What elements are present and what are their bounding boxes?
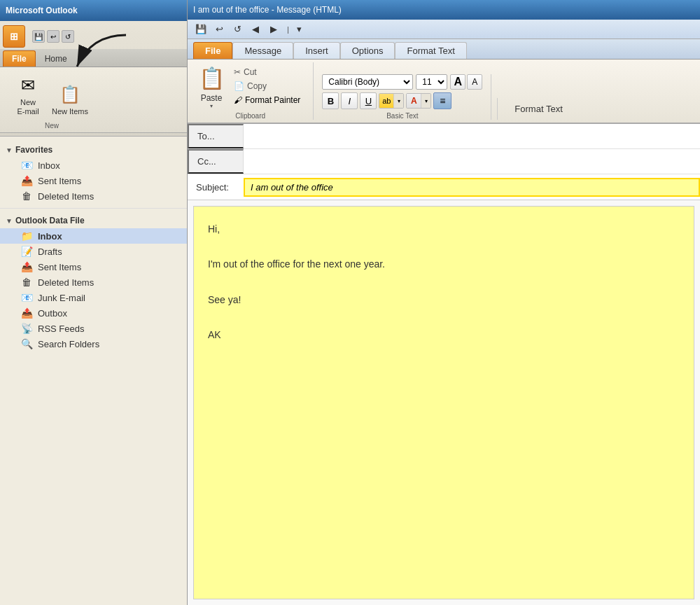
nav-item-drafts-odf[interactable]: 📝 Drafts: [0, 244, 187, 259]
navigation-pane: ▼ Favorites 📧 Inbox 📤 Sent Items 🗑 Delet…: [0, 137, 187, 605]
rss-odf-label: RSS Feeds: [38, 324, 84, 334]
cc-input[interactable]: [244, 151, 700, 172]
align-left-button[interactable]: ≡: [433, 92, 451, 109]
save-qa-icon[interactable]: 💾: [32, 30, 45, 43]
new-group-content: ✉ NewE-mail 📋 New Items: [11, 70, 92, 119]
nav-item-search-odf[interactable]: 🔍 Search Folders: [0, 336, 187, 352]
align-buttons: ≡: [433, 92, 451, 109]
junk-odf-icon: 📧: [20, 292, 34, 303]
clipboard-group: 📋 Paste ▾ ✂ Cut 📄 Copy 🖌: [193, 62, 314, 120]
redo-qa-icon[interactable]: ↺: [62, 30, 74, 43]
office-orb-button[interactable]: ⊞: [3, 25, 25, 48]
underline-button[interactable]: U: [360, 92, 377, 109]
email-dropdown-icon[interactable]: ▾: [292, 22, 307, 37]
nav-item-deleted-favorites[interactable]: 🗑 Deleted Items: [0, 188, 187, 204]
outbox-odf-icon: 📤: [20, 307, 34, 319]
nav-item-sent-odf[interactable]: 📤 Sent Items: [0, 259, 187, 274]
subject-input[interactable]: [244, 178, 700, 197]
paste-button[interactable]: 📋 Paste ▾: [196, 62, 227, 109]
nav-item-outbox-odf[interactable]: 📤 Outbox: [0, 305, 187, 321]
email-tab-format-text[interactable]: Format Text: [395, 42, 466, 59]
sent-favorites-label: Sent Items: [38, 176, 81, 186]
font-controls: Calibri (Body) 11 A A B I U: [322, 74, 482, 109]
to-button[interactable]: To...: [188, 124, 244, 148]
nav-item-rss-odf[interactable]: 📡 RSS Feeds: [0, 321, 187, 336]
shrink-font-button[interactable]: A: [467, 74, 482, 90]
format-painter-label: Format Painter: [245, 95, 300, 105]
nav-item-inbox-favorites[interactable]: 📧 Inbox: [0, 158, 187, 173]
junk-odf-label: Junk E-mail: [38, 293, 85, 303]
nav-item-deleted-odf[interactable]: 🗑 Deleted Items: [0, 274, 187, 290]
italic-button[interactable]: I: [341, 92, 358, 109]
to-field-row: To...: [188, 124, 700, 149]
font-name-select[interactable]: Calibri (Body): [322, 74, 413, 90]
highlight-color-icon: ab: [379, 94, 393, 108]
email-tab-file[interactable]: File: [193, 42, 232, 59]
basic-text-group: Calibri (Body) 11 A A B I U: [319, 74, 491, 120]
bold-button[interactable]: B: [322, 92, 339, 109]
sent-odf-icon: 📤: [20, 261, 34, 272]
nav-item-inbox-odf[interactable]: 📁 Inbox: [0, 228, 187, 244]
email-tab-message[interactable]: Message: [232, 42, 293, 59]
highlight-arrow-icon: ▾: [393, 94, 403, 108]
format-painter-button[interactable]: 🖌 Format Painter: [230, 94, 304, 106]
new-items-label: New Items: [52, 107, 88, 116]
grow-shrink-buttons: A A: [450, 74, 482, 90]
subject-label: Subject:: [188, 176, 244, 198]
tab-home-left[interactable]: Home: [36, 50, 76, 67]
search-odf-icon: 🔍: [20, 338, 34, 349]
left-title-bar: Microsoft Outlook: [0, 0, 187, 21]
drafts-odf-label: Drafts: [38, 246, 62, 257]
basic-text-group-label: Basic Text: [322, 112, 482, 120]
search-odf-label: Search Folders: [38, 339, 99, 349]
office-top-row: ⊞ 💾 ↩ ↺: [0, 24, 187, 49]
quick-access-toolbar: 💾 ↩ ↺: [29, 30, 77, 43]
favorites-header[interactable]: ▼ Favorites: [0, 142, 187, 158]
nav-item-junk-odf[interactable]: 📧 Junk E-mail: [0, 290, 187, 305]
left-ribbon-content: ✉ NewE-mail 📋 New Items New: [0, 67, 187, 133]
to-input[interactable]: [244, 125, 700, 147]
undo-qa-icon[interactable]: ↩: [47, 30, 59, 43]
deleted-odf-label: Deleted Items: [38, 277, 94, 288]
email-undo-icon[interactable]: ↩: [211, 22, 227, 37]
format-text-group: Format Text: [497, 98, 570, 120]
office-ribbon: ⊞ 💾 ↩ ↺ File Home ✉ NewE-mail: [0, 21, 187, 137]
email-body-line1: Hi,: [208, 221, 680, 238]
favorites-label: Favorites: [15, 145, 52, 155]
format-painter-icon: 🖌: [234, 95, 242, 105]
copy-button[interactable]: 📄 Copy: [230, 80, 304, 92]
right-panel: I am out of the office - Message (HTML) …: [188, 0, 700, 605]
outlook-data-file-header[interactable]: ▼ Outlook Data File: [0, 213, 187, 228]
cc-button[interactable]: Cc...: [188, 149, 244, 174]
email-nav-left-icon[interactable]: ◀: [248, 22, 263, 37]
highlight-button[interactable]: ab ▾: [379, 93, 404, 109]
clipboard-group-label: Clipboard: [196, 112, 304, 120]
new-group-label: New: [45, 119, 59, 130]
new-items-button[interactable]: 📋 New Items: [48, 79, 92, 119]
nav-item-sent-favorites[interactable]: 📤 Sent Items: [0, 173, 187, 188]
inbox-odf-label: Inbox: [38, 231, 62, 242]
email-title-text: I am out of the office - Message (HTML): [193, 5, 694, 15]
deleted-favorites-icon: 🗑: [20, 190, 34, 202]
cut-button[interactable]: ✂ Cut: [230, 66, 304, 78]
clipboard-group-content: 📋 Paste ▾ ✂ Cut 📄 Copy 🖌: [196, 62, 304, 109]
left-panel: Microsoft Outlook ⊞ 💾 ↩ ↺ File Home: [0, 0, 188, 605]
font-size-select[interactable]: 11: [416, 74, 447, 90]
tab-file-left[interactable]: File: [3, 50, 36, 67]
deleted-favorites-label: Deleted Items: [38, 191, 94, 202]
font-color-button[interactable]: A ▾: [406, 93, 431, 109]
email-compose-area[interactable]: Hi, I'm out of the office for the next o…: [193, 206, 694, 599]
email-tab-options[interactable]: Options: [340, 42, 396, 59]
new-group: ✉ NewE-mail 📋 New Items New: [6, 70, 98, 130]
grow-font-button[interactable]: A: [450, 74, 465, 90]
deleted-odf-icon: 🗑: [20, 277, 34, 288]
email-nav-right-icon[interactable]: ▶: [266, 22, 281, 37]
rss-odf-icon: 📡: [20, 323, 34, 334]
inbox-odf-icon: 📁: [20, 230, 34, 242]
inbox-favorites-label: Inbox: [38, 160, 60, 171]
cut-icon: ✂: [234, 67, 241, 77]
email-tab-insert[interactable]: Insert: [293, 42, 340, 59]
new-email-button[interactable]: ✉ NewE-mail: [11, 70, 45, 119]
email-redo-icon[interactable]: ↺: [230, 22, 245, 37]
email-save-icon[interactable]: 💾: [193, 22, 209, 37]
